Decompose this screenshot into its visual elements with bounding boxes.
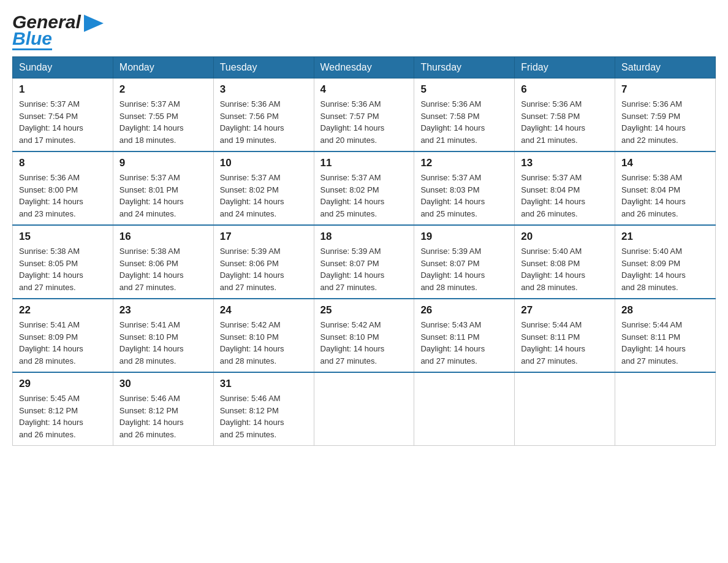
calendar-cell: 13 Sunrise: 5:37 AM Sunset: 8:04 PM Dayl… (515, 151, 615, 225)
day-of-week-header: Tuesday (213, 57, 314, 79)
day-info: Sunrise: 5:42 AM Sunset: 8:10 PM Dayligh… (320, 319, 408, 367)
calendar-table: SundayMondayTuesdayWednesdayThursdayFrid… (12, 56, 716, 446)
day-number: 27 (521, 304, 609, 316)
day-info: Sunrise: 5:38 AM Sunset: 8:04 PM Dayligh… (621, 172, 709, 220)
calendar-week-row: 15 Sunrise: 5:38 AM Sunset: 8:05 PM Dayl… (13, 225, 716, 299)
day-number: 17 (220, 231, 308, 243)
day-number: 13 (521, 157, 609, 169)
calendar-week-row: 29 Sunrise: 5:45 AM Sunset: 8:12 PM Dayl… (13, 372, 716, 446)
day-number: 28 (621, 304, 709, 316)
day-info: Sunrise: 5:37 AM Sunset: 8:03 PM Dayligh… (420, 172, 508, 220)
calendar-cell (615, 372, 716, 446)
day-info: Sunrise: 5:39 AM Sunset: 8:07 PM Dayligh… (320, 245, 408, 293)
day-info: Sunrise: 5:37 AM Sunset: 8:01 PM Dayligh… (119, 172, 207, 220)
calendar-cell: 29 Sunrise: 5:45 AM Sunset: 8:12 PM Dayl… (13, 372, 113, 446)
svg-marker-0 (84, 15, 104, 32)
day-number: 21 (621, 231, 709, 243)
day-info: Sunrise: 5:39 AM Sunset: 8:06 PM Dayligh… (220, 245, 308, 293)
day-info: Sunrise: 5:44 AM Sunset: 8:11 PM Dayligh… (621, 319, 709, 367)
day-number: 18 (320, 231, 408, 243)
logo: General Blue (12, 12, 104, 50)
calendar-cell: 10 Sunrise: 5:37 AM Sunset: 8:02 PM Dayl… (213, 151, 314, 225)
day-number: 7 (621, 83, 709, 96)
day-of-week-header: Monday (113, 57, 213, 79)
day-number: 14 (621, 157, 709, 169)
calendar-cell: 27 Sunrise: 5:44 AM Sunset: 8:11 PM Dayl… (515, 299, 615, 372)
day-number: 9 (119, 157, 207, 169)
day-number: 3 (220, 83, 308, 96)
day-info: Sunrise: 5:38 AM Sunset: 8:05 PM Dayligh… (19, 245, 107, 293)
day-number: 23 (119, 304, 207, 316)
calendar-week-row: 22 Sunrise: 5:41 AM Sunset: 8:09 PM Dayl… (13, 299, 716, 372)
calendar-cell (515, 372, 615, 446)
calendar-week-row: 1 Sunrise: 5:37 AM Sunset: 7:54 PM Dayli… (13, 79, 716, 152)
day-info: Sunrise: 5:36 AM Sunset: 7:56 PM Dayligh… (220, 98, 308, 146)
calendar-cell: 17 Sunrise: 5:39 AM Sunset: 8:06 PM Dayl… (213, 225, 314, 299)
day-number: 2 (119, 83, 207, 96)
day-number: 11 (320, 157, 408, 169)
day-info: Sunrise: 5:37 AM Sunset: 7:54 PM Dayligh… (19, 98, 107, 146)
logo-arrow-icon (84, 15, 104, 32)
day-number: 29 (19, 378, 107, 390)
calendar-cell: 9 Sunrise: 5:37 AM Sunset: 8:01 PM Dayli… (113, 151, 213, 225)
calendar-cell: 24 Sunrise: 5:42 AM Sunset: 8:10 PM Dayl… (213, 299, 314, 372)
day-number: 26 (420, 304, 508, 316)
day-info: Sunrise: 5:40 AM Sunset: 8:09 PM Dayligh… (621, 245, 709, 293)
day-info: Sunrise: 5:36 AM Sunset: 7:59 PM Dayligh… (621, 98, 709, 146)
calendar-cell: 1 Sunrise: 5:37 AM Sunset: 7:54 PM Dayli… (13, 79, 113, 152)
day-number: 16 (119, 231, 207, 243)
day-number: 15 (19, 231, 107, 243)
day-number: 30 (119, 378, 207, 390)
calendar-cell (414, 372, 515, 446)
calendar-cell: 2 Sunrise: 5:37 AM Sunset: 7:55 PM Dayli… (113, 79, 213, 152)
calendar-cell: 25 Sunrise: 5:42 AM Sunset: 8:10 PM Dayl… (314, 299, 414, 372)
calendar-cell: 23 Sunrise: 5:41 AM Sunset: 8:10 PM Dayl… (113, 299, 213, 372)
calendar-cell: 14 Sunrise: 5:38 AM Sunset: 8:04 PM Dayl… (615, 151, 716, 225)
day-number: 12 (420, 157, 508, 169)
day-number: 5 (420, 83, 508, 96)
calendar-cell: 6 Sunrise: 5:36 AM Sunset: 7:58 PM Dayli… (515, 79, 615, 152)
calendar-cell: 28 Sunrise: 5:44 AM Sunset: 8:11 PM Dayl… (615, 299, 716, 372)
day-info: Sunrise: 5:36 AM Sunset: 7:58 PM Dayligh… (521, 98, 609, 146)
day-number: 1 (19, 83, 107, 96)
day-info: Sunrise: 5:41 AM Sunset: 8:09 PM Dayligh… (19, 319, 107, 367)
day-of-week-header: Friday (515, 57, 615, 79)
day-info: Sunrise: 5:41 AM Sunset: 8:10 PM Dayligh… (119, 319, 207, 367)
calendar-cell: 12 Sunrise: 5:37 AM Sunset: 8:03 PM Dayl… (414, 151, 515, 225)
day-info: Sunrise: 5:46 AM Sunset: 8:12 PM Dayligh… (119, 393, 207, 440)
calendar-cell: 16 Sunrise: 5:38 AM Sunset: 8:06 PM Dayl… (113, 225, 213, 299)
calendar-cell: 11 Sunrise: 5:37 AM Sunset: 8:02 PM Dayl… (314, 151, 414, 225)
calendar-header-row: SundayMondayTuesdayWednesdayThursdayFrid… (13, 57, 716, 79)
day-of-week-header: Thursday (414, 57, 515, 79)
day-of-week-header: Sunday (13, 57, 113, 79)
day-info: Sunrise: 5:45 AM Sunset: 8:12 PM Dayligh… (19, 393, 107, 440)
day-info: Sunrise: 5:37 AM Sunset: 8:02 PM Dayligh… (220, 172, 308, 220)
day-info: Sunrise: 5:37 AM Sunset: 8:02 PM Dayligh… (320, 172, 408, 220)
calendar-cell: 15 Sunrise: 5:38 AM Sunset: 8:05 PM Dayl… (13, 225, 113, 299)
day-info: Sunrise: 5:43 AM Sunset: 8:11 PM Dayligh… (420, 319, 508, 367)
calendar-cell: 31 Sunrise: 5:46 AM Sunset: 8:12 PM Dayl… (213, 372, 314, 446)
calendar-cell: 7 Sunrise: 5:36 AM Sunset: 7:59 PM Dayli… (615, 79, 716, 152)
calendar-cell: 30 Sunrise: 5:46 AM Sunset: 8:12 PM Dayl… (113, 372, 213, 446)
calendar-cell: 20 Sunrise: 5:40 AM Sunset: 8:08 PM Dayl… (515, 225, 615, 299)
day-info: Sunrise: 5:36 AM Sunset: 8:00 PM Dayligh… (19, 172, 107, 220)
calendar-cell: 19 Sunrise: 5:39 AM Sunset: 8:07 PM Dayl… (414, 225, 515, 299)
calendar-cell: 26 Sunrise: 5:43 AM Sunset: 8:11 PM Dayl… (414, 299, 515, 372)
day-info: Sunrise: 5:42 AM Sunset: 8:10 PM Dayligh… (220, 319, 308, 367)
day-of-week-header: Wednesday (314, 57, 414, 79)
calendar-cell: 3 Sunrise: 5:36 AM Sunset: 7:56 PM Dayli… (213, 79, 314, 152)
day-of-week-header: Saturday (615, 57, 716, 79)
day-info: Sunrise: 5:46 AM Sunset: 8:12 PM Dayligh… (220, 393, 308, 440)
day-number: 4 (320, 83, 408, 96)
calendar-cell: 8 Sunrise: 5:36 AM Sunset: 8:00 PM Dayli… (13, 151, 113, 225)
day-number: 24 (220, 304, 308, 316)
day-number: 20 (521, 231, 609, 243)
calendar-cell: 5 Sunrise: 5:36 AM Sunset: 7:58 PM Dayli… (414, 79, 515, 152)
day-info: Sunrise: 5:39 AM Sunset: 8:07 PM Dayligh… (420, 245, 508, 293)
day-info: Sunrise: 5:40 AM Sunset: 8:08 PM Dayligh… (521, 245, 609, 293)
day-number: 8 (19, 157, 107, 169)
day-info: Sunrise: 5:37 AM Sunset: 7:55 PM Dayligh… (119, 98, 207, 146)
day-info: Sunrise: 5:36 AM Sunset: 7:57 PM Dayligh… (320, 98, 408, 146)
day-number: 31 (220, 378, 308, 390)
calendar-week-row: 8 Sunrise: 5:36 AM Sunset: 8:00 PM Dayli… (13, 151, 716, 225)
